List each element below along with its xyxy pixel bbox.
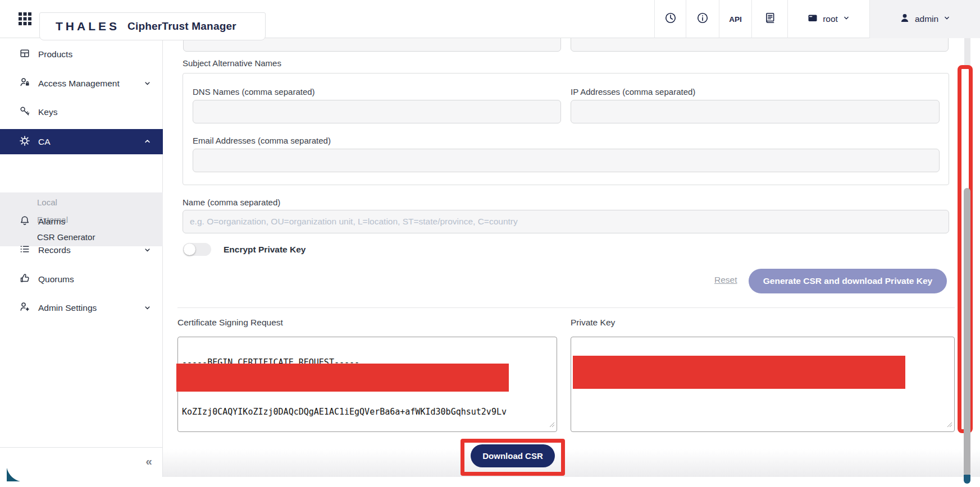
subitem-label: Local — [37, 197, 57, 207]
name-label: Name (comma separated) — [183, 197, 280, 207]
chevron-down-icon — [143, 246, 152, 256]
sidebar-item-ca[interactable]: CA — [0, 129, 163, 154]
scrollbar-thumb[interactable] — [964, 188, 970, 476]
sidebar-item-label: Quorums — [38, 274, 74, 284]
sidebar-item-keys[interactable]: Keys — [0, 100, 163, 125]
product-name: CipherTrust Manager — [127, 20, 236, 33]
sidebar-item-records[interactable]: Records — [0, 238, 163, 263]
dns-names-label: DNS Names (comma separated) — [193, 87, 315, 97]
api-button[interactable]: API — [719, 0, 751, 38]
sidebar-item-admin-settings[interactable]: Admin Settings — [0, 296, 163, 320]
domain-label: root — [823, 14, 838, 24]
user-gear-icon — [19, 301, 30, 315]
resize-handle-icon[interactable] — [947, 420, 952, 430]
email-addresses-input[interactable] — [193, 149, 940, 172]
encrypt-private-key-toggle[interactable] — [183, 243, 211, 256]
sidebar-item-label: Products — [38, 49, 72, 59]
name-placeholder: e.g. O=organization, OU=organization uni… — [190, 217, 518, 227]
private-key-line-redacted — [575, 408, 950, 416]
corner-decoration — [7, 468, 20, 484]
chevron-down-icon — [842, 14, 850, 24]
sidebar-footer-divider — [0, 447, 163, 448]
sidebar-subitem-local[interactable]: Local — [0, 194, 163, 211]
ip-addresses-label: IP Addresses (comma separated) — [571, 87, 695, 97]
domain-menu[interactable]: root — [787, 0, 869, 38]
generate-csr-button[interactable]: Generate CSR and download Private Key — [749, 269, 947, 293]
history-button[interactable] — [654, 0, 686, 38]
key-icon — [19, 105, 30, 119]
api-label: API — [729, 15, 742, 24]
chevron-down-icon — [943, 14, 951, 24]
products-grid-icon — [19, 48, 30, 61]
csr-redaction-box — [176, 364, 509, 392]
reset-link[interactable]: Reset — [714, 275, 737, 285]
sidebar-item-label: Admin Settings — [38, 303, 97, 313]
sidebar-item-label: CA — [38, 137, 51, 147]
sidebar-item-products[interactable]: Products — [0, 42, 163, 67]
page-base — [0, 477, 980, 487]
ciphertrust-manager-app: API root — [0, 0, 980, 487]
toggle-knob — [184, 244, 195, 255]
apps-grid-button[interactable] — [12, 9, 37, 30]
sidebar-item-access-management[interactable]: Access Management — [0, 71, 163, 96]
book-icon — [764, 12, 776, 26]
brand-logo: THALES CipherTrust Manager — [39, 12, 266, 40]
csr-section-title: Certificate Signing Request — [177, 318, 283, 328]
name-input[interactable]: e.g. O=organization, OU=organization uni… — [183, 210, 949, 233]
encrypt-private-key-label: Encrypt Private Key — [224, 245, 306, 255]
sidebar-nav: Products Access Management — [0, 38, 163, 477]
sidebar-item-label: Alarms — [38, 217, 65, 227]
private-key-section-title: Private Key — [571, 318, 615, 328]
private-key-redaction-box — [573, 356, 905, 389]
info-button[interactable] — [686, 0, 719, 38]
section-divider — [177, 307, 955, 308]
san-section-title: Subject Alternative Names — [183, 58, 281, 68]
scrollbar-track[interactable] — [964, 38, 970, 66]
bell-icon — [19, 215, 30, 228]
sidebar-item-label: Keys — [38, 107, 57, 117]
dns-names-input[interactable] — [193, 100, 561, 123]
sidebar-collapse-button[interactable]: « — [137, 452, 161, 470]
resize-handle-icon[interactable] — [549, 420, 555, 430]
ip-addresses-input[interactable] — [571, 100, 940, 123]
sidebar-item-label: Access Management — [38, 79, 120, 89]
sidebar-item-quorums[interactable]: Quorums — [0, 267, 163, 292]
chevron-up-icon — [143, 137, 152, 148]
chevron-down-icon — [143, 304, 152, 314]
thales-logo-text: THALES — [56, 20, 120, 33]
scrollbar-corner-decoration — [964, 475, 970, 484]
documentation-button[interactable] — [751, 0, 787, 38]
user-menu[interactable]: admin — [869, 0, 980, 38]
user-label: admin — [915, 14, 938, 24]
list-icon — [19, 244, 30, 257]
sidebar-item-alarms[interactable]: Alarms — [0, 209, 163, 234]
apps-grid-icon — [18, 12, 32, 27]
email-addresses-label: Email Addresses (comma separated) — [193, 136, 331, 145]
csr-line: KoZIzj0CAQYIKoZIzj0DAQcDQgAE1AC1iEgQVerB… — [182, 408, 553, 416]
chevron-down-icon — [143, 79, 152, 90]
user-icon — [899, 12, 910, 26]
thumbs-up-icon — [19, 273, 30, 286]
user-lock-icon — [19, 77, 30, 90]
domain-window-icon — [807, 12, 818, 26]
gear-icon — [19, 135, 30, 149]
download-csr-highlight-annotation — [461, 439, 565, 476]
info-icon — [696, 12, 709, 26]
sidebar-item-label: Records — [38, 245, 71, 255]
clock-icon — [664, 12, 677, 26]
